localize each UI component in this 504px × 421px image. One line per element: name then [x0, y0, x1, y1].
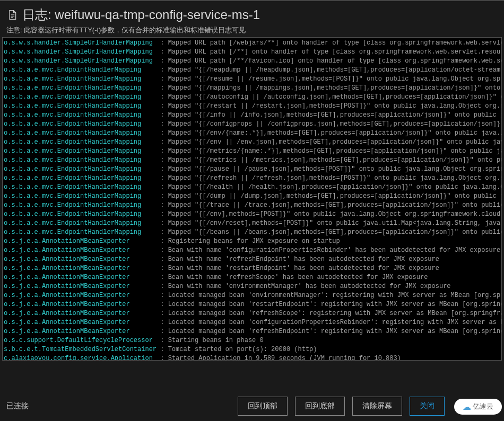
log-message: : Mapped "{[/metrics || /metrics.json],m… — [160, 156, 501, 164]
log-message: : Mapped "{[/env/reset],methods=[POST]}"… — [160, 220, 501, 227]
log-source: o.s.b.a.e.mvc.EndpointHandlerMapping — [4, 201, 160, 209]
log-line: o.s.j.e.a.AnnotationMBeanExporter : Regi… — [4, 237, 501, 246]
log-line: o.s.b.a.e.mvc.EndpointHandlerMapping : M… — [4, 228, 501, 237]
scroll-top-button[interactable]: 回到顶部 — [238, 397, 288, 416]
log-line: o.s.b.a.e.mvc.EndpointHandlerMapping : M… — [4, 111, 501, 120]
brand-badge: ☁ 亿速云 — [454, 399, 502, 415]
log-message: : Mapped URL path [/**] onto handler of … — [160, 48, 501, 56]
log-message: : Tomcat started on port(s): 20000 (http… — [160, 346, 317, 353]
log-source: o.s.b.a.e.mvc.EndpointHandlerMapping — [4, 165, 160, 173]
log-source: o.s.b.a.e.mvc.EndpointHandlerMapping — [4, 66, 160, 74]
log-source: o.s.w.s.handler.SimpleUrlHandlerMapping — [4, 57, 160, 65]
log-line: o.s.j.e.a.AnnotationMBeanExporter : Loca… — [4, 327, 501, 336]
log-source: o.s.j.e.a.AnnotationMBeanExporter — [4, 283, 160, 290]
log-source: s.b.c.e.t.TomcatEmbeddedServletContainer — [4, 346, 160, 353]
log-message: : Started Application in 9.589 seconds (… — [160, 355, 401, 360]
log-source: o.s.b.a.e.mvc.EndpointHandlerMapping — [4, 120, 160, 128]
log-source: o.s.b.a.e.mvc.EndpointHandlerMapping — [4, 111, 160, 119]
log-message: : Mapped "{[/env || /env.json],methods=[… — [160, 138, 501, 146]
log-source: o.s.b.a.e.mvc.EndpointHandlerMapping — [4, 210, 160, 218]
log-line: o.s.j.e.a.AnnotationMBeanExporter : Bean… — [4, 255, 501, 264]
log-message: : Starting beans in phase 0 — [160, 337, 263, 344]
log-source: o.s.b.a.e.mvc.EndpointHandlerMapping — [4, 129, 160, 137]
log-source: c.alaxiaoyou.config.service.Application — [4, 355, 160, 360]
log-message: : Mapped "{[/autoconfig || /autoconfig.j… — [160, 93, 501, 101]
log-message: : Mapped "{[/env],methods=[POST]}" onto … — [160, 210, 501, 218]
log-source: o.s.b.a.e.mvc.EndpointHandlerMapping — [4, 220, 160, 227]
log-message: : Bean with name 'refreshEndpoint' has b… — [160, 256, 439, 263]
log-message: : Mapped "{[/refresh || /refresh.json],m… — [160, 174, 501, 182]
footer: 已连接 回到顶部 回到底部 清除屏幕 关闭 ☁ 亿速云 — [0, 391, 504, 421]
log-line: o.s.b.a.e.mvc.EndpointHandlerMapping : M… — [4, 219, 501, 228]
log-source: o.s.j.e.a.AnnotationMBeanExporter — [4, 274, 160, 281]
log-line: o.s.b.a.e.mvc.EndpointHandlerMapping : M… — [4, 183, 501, 192]
scroll-bottom-button[interactable]: 回到底部 — [295, 397, 345, 416]
log-line: o.s.j.e.a.AnnotationMBeanExporter : Bean… — [4, 246, 501, 255]
log-message: : Mapped "{[/pause || /pause.json],metho… — [160, 165, 501, 173]
log-source: o.s.c.support.DefaultLifecycleProcessor — [4, 337, 160, 344]
log-line: o.s.b.a.e.mvc.EndpointHandlerMapping : M… — [4, 120, 501, 129]
log-line: o.s.b.a.e.mvc.EndpointHandlerMapping : M… — [4, 156, 501, 165]
log-line: o.s.b.a.e.mvc.EndpointHandlerMapping : M… — [4, 102, 501, 111]
log-message: : Mapped "{[/info || /info.json],methods… — [160, 111, 501, 119]
title-row: 日志: weifuwu-qa-tmp-config-service-ms-1 — [6, 6, 498, 23]
log-line: o.s.b.a.e.mvc.EndpointHandlerMapping : M… — [4, 147, 501, 156]
log-source: o.s.j.e.a.AnnotationMBeanExporter — [4, 265, 160, 272]
log-output[interactable]: o.s.w.s.handler.SimpleUrlHandlerMapping … — [3, 38, 501, 360]
log-message: : Bean with name 'environmentManager' ha… — [160, 283, 450, 290]
log-message: : Mapped URL path [/**/favicon.ico] onto… — [160, 57, 501, 65]
log-message: : Bean with name 'restartEndpoint' has b… — [160, 265, 439, 272]
log-panel: o.s.w.s.handler.SimpleUrlHandlerMapping … — [2, 37, 502, 361]
note-label: 注意: — [6, 26, 22, 34]
log-message: : Mapped "{[/configprops || /configprops… — [160, 120, 501, 128]
log-line: o.s.b.a.e.mvc.EndpointHandlerMapping : M… — [4, 129, 501, 138]
log-line: o.s.b.a.e.mvc.EndpointHandlerMapping : M… — [4, 210, 501, 219]
log-line: s.b.c.e.t.TomcatEmbeddedServletContainer… — [4, 345, 501, 354]
log-source: o.s.b.a.e.mvc.EndpointHandlerMapping — [4, 93, 160, 101]
log-source: o.s.j.e.a.AnnotationMBeanExporter — [4, 301, 160, 308]
log-message: : Mapped "{[/metrics/{name:.*}],methods=… — [160, 147, 501, 155]
button-group: 回到顶部 回到底部 清除屏幕 关闭 — [238, 397, 445, 416]
log-message: : Mapped "{[/heapdump || /heapdump.json]… — [160, 66, 501, 74]
log-line: o.s.b.a.e.mvc.EndpointHandlerMapping : M… — [4, 192, 501, 201]
document-icon — [6, 9, 18, 21]
log-line: o.s.b.a.e.mvc.EndpointHandlerMapping : M… — [4, 201, 501, 210]
log-message: : Bean with name 'configurationPropertie… — [160, 247, 500, 254]
cloud-icon: ☁ — [463, 402, 471, 412]
log-line: o.s.j.e.a.AnnotationMBeanExporter : Loca… — [4, 291, 501, 300]
log-message: : Bean with name 'refreshScope' has been… — [160, 274, 428, 281]
log-line: o.s.j.e.a.AnnotationMBeanExporter : Loca… — [4, 309, 501, 318]
log-line: o.s.j.e.a.AnnotationMBeanExporter : Loca… — [4, 318, 501, 327]
log-line: o.s.j.e.a.AnnotationMBeanExporter : Bean… — [4, 282, 501, 291]
log-source: o.s.w.s.handler.SimpleUrlHandlerMapping — [4, 48, 160, 56]
clear-screen-button[interactable]: 清除屏幕 — [352, 397, 402, 416]
log-message: : Mapped "{[/env/{name:.*}],methods=[GET… — [160, 129, 501, 137]
log-line: o.s.j.e.a.AnnotationMBeanExporter : Bean… — [4, 264, 501, 273]
log-source: o.s.j.e.a.AnnotationMBeanExporter — [4, 247, 160, 254]
log-message: : Mapped URL path [/webjars/**] onto han… — [160, 39, 501, 47]
log-source: o.s.w.s.handler.SimpleUrlHandlerMapping — [4, 39, 160, 47]
close-button[interactable]: 关闭 — [410, 397, 445, 416]
connection-status: 已连接 — [6, 401, 238, 411]
log-line: o.s.b.a.e.mvc.EndpointHandlerMapping : M… — [4, 138, 501, 147]
log-message: : Mapped "{[/trace || /trace.json],metho… — [160, 201, 501, 209]
log-source: o.s.b.a.e.mvc.EndpointHandlerMapping — [4, 75, 160, 83]
log-line: o.s.w.s.handler.SimpleUrlHandlerMapping … — [4, 48, 501, 57]
log-source: o.s.j.e.a.AnnotationMBeanExporter — [4, 256, 160, 263]
log-header: 日志: weifuwu-qa-tmp-config-service-ms-1 注… — [0, 0, 504, 36]
log-source: o.s.j.e.a.AnnotationMBeanExporter — [4, 310, 160, 317]
log-message: : Mapped "{[/dump || /dump.json],methods… — [160, 192, 501, 200]
log-line: o.s.b.a.e.mvc.EndpointHandlerMapping : M… — [4, 84, 501, 93]
log-source: o.s.j.e.a.AnnotationMBeanExporter — [4, 328, 160, 335]
log-message: : Located managed bean 'configurationPro… — [160, 319, 501, 326]
log-source: o.s.b.a.e.mvc.EndpointHandlerMapping — [4, 183, 160, 191]
log-source: o.s.b.a.e.mvc.EndpointHandlerMapping — [4, 84, 160, 92]
log-line: o.s.b.a.e.mvc.EndpointHandlerMapping : M… — [4, 165, 501, 174]
log-message: : Mapped "{[/beans || /beans.json],metho… — [160, 229, 501, 236]
subtitle-row: 注意: 此容器运行时带有TTY(-t)参数，仅有合并的标准输出和标准错误日志可见 — [6, 25, 498, 35]
log-message: : Located managed bean 'environmentManag… — [160, 292, 501, 299]
log-message: : Located managed bean 'refreshEndpoint'… — [160, 328, 501, 335]
log-source: o.s.j.e.a.AnnotationMBeanExporter — [4, 292, 160, 299]
log-message: : Mapped "{[/restart || /restart.json],m… — [160, 102, 501, 110]
brand-text: 亿速云 — [473, 402, 493, 411]
